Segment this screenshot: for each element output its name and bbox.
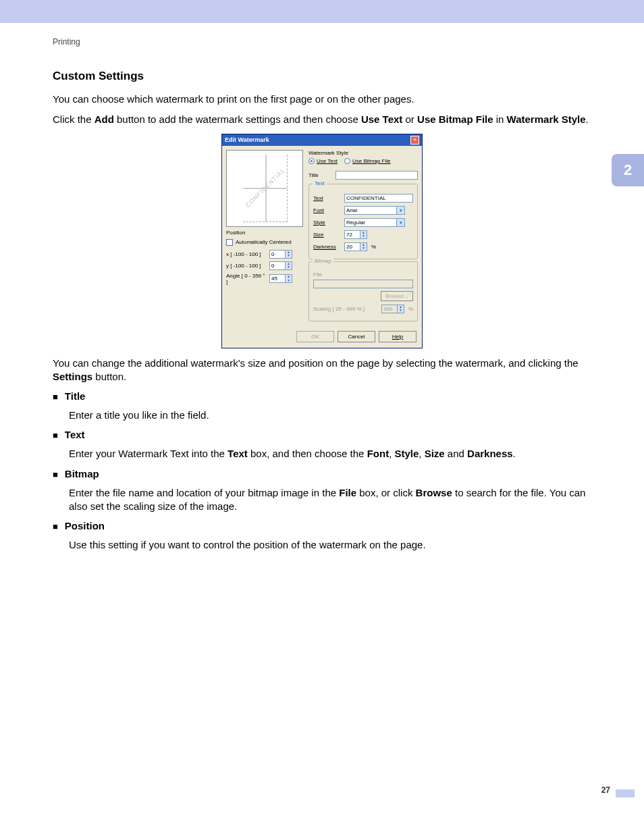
- page-heading: Custom Settings: [53, 70, 591, 83]
- bullet-text-body: Enter your Watermark Text into the Text …: [69, 447, 591, 461]
- watermark-style-label: Watermark Style: [308, 150, 418, 156]
- text-legend: Text: [313, 180, 327, 186]
- spinner-buttons[interactable]: ▲▼: [285, 262, 292, 269]
- bold-use-bitmap: Use Bitmap File: [417, 113, 493, 125]
- darkness-unit: %: [371, 244, 376, 250]
- bold-add: Add: [95, 113, 114, 125]
- dialog-title: Edit Watermark: [225, 136, 269, 143]
- angle-value: 45: [270, 275, 285, 282]
- use-text-radio[interactable]: Use Text: [308, 158, 338, 164]
- title-field-label: Title: [308, 172, 331, 178]
- intro-paragraph-2: Click the Add button to add the watermar…: [53, 113, 591, 126]
- text-fieldset: Text Text CONFIDENTIAL Font Arial▾ Style…: [308, 184, 418, 259]
- title-input[interactable]: [336, 171, 418, 180]
- use-text-label: Use Text: [317, 158, 338, 164]
- scaling-value: 100: [382, 305, 397, 313]
- darkness-label: Darkness: [313, 244, 340, 250]
- bullet-bitmap-head: Bitmap: [65, 468, 99, 479]
- spinner-buttons[interactable]: ▲▼: [360, 231, 367, 238]
- spinner-buttons[interactable]: ▲▼: [285, 275, 292, 282]
- bullet-bitmap-body: Enter the file name and location of your…: [69, 486, 591, 514]
- style-dropdown[interactable]: Regular▾: [344, 218, 405, 227]
- use-bitmap-label: Use Bitmap File: [352, 158, 390, 164]
- spinner-buttons[interactable]: ▲▼: [285, 251, 292, 258]
- position-label: Position: [226, 230, 304, 236]
- darkness-spinner[interactable]: 20▲▼: [344, 242, 367, 251]
- bitmap-fieldset: Bitmap File Browse... Scaling [ 25 - 999…: [308, 261, 418, 321]
- scaling-unit: %: [408, 306, 413, 312]
- spinner-buttons: ▲▼: [397, 305, 404, 313]
- cancel-button[interactable]: Cancel: [338, 331, 375, 342]
- section-breadcrumb: Printing: [53, 37, 591, 47]
- intro-paragraph-1: You can choose which watermark to print …: [53, 93, 591, 106]
- auto-center-checkbox[interactable]: [226, 239, 233, 246]
- style-value: Regular: [345, 219, 396, 226]
- font-value: Arial: [345, 207, 396, 214]
- help-button[interactable]: Help: [379, 331, 417, 342]
- page-number: 27: [601, 785, 610, 795]
- use-bitmap-radio[interactable]: Use Bitmap File: [344, 158, 390, 164]
- bullet-title-head: Title: [65, 390, 86, 402]
- bullet-title-body: Enter a title you like in the field.: [69, 409, 591, 422]
- watermark-preview: CONFIDENTIAL: [226, 150, 303, 227]
- chapter-tab: 2: [612, 154, 644, 186]
- close-icon[interactable]: ×: [410, 136, 419, 145]
- text: button to add the watermark settings and…: [114, 113, 361, 125]
- text: Click the: [53, 113, 95, 125]
- paragraph-after-dialog: You can change the additional watermark'…: [53, 357, 591, 384]
- text: or: [402, 113, 417, 125]
- scaling-label: Scaling [ 25 - 999 % ]: [313, 306, 365, 312]
- browse-button: Browse...: [381, 291, 413, 301]
- bullet-icon: ■: [53, 520, 58, 533]
- text-field-label: Text: [313, 195, 340, 201]
- bold-watermark-style: Watermark Style: [507, 113, 586, 125]
- auto-center-label: Automatically Centered: [236, 239, 292, 245]
- style-label: Style: [313, 219, 340, 226]
- file-input: [313, 280, 413, 288]
- top-accent-bar: [0, 0, 644, 24]
- chevron-down-icon[interactable]: ▾: [396, 207, 404, 214]
- angle-label: Angle [ 0 - 359 ° ]: [226, 273, 267, 285]
- bitmap-legend: Bitmap: [313, 258, 333, 264]
- pos-y-spinner[interactable]: 0 ▲▼: [269, 261, 292, 270]
- bullet-icon: ■: [53, 468, 58, 481]
- spinner-buttons[interactable]: ▲▼: [360, 243, 367, 251]
- chevron-down-icon[interactable]: ▾: [396, 219, 404, 226]
- pos-x-label: x [ -100 - 100 ]: [226, 251, 267, 257]
- bullet-position-head: Position: [65, 520, 105, 531]
- text: in: [493, 113, 507, 125]
- font-label: Font: [313, 207, 340, 213]
- size-value: 72: [345, 231, 360, 238]
- ok-button[interactable]: OK: [296, 331, 334, 342]
- bullet-text-head: Text: [65, 429, 85, 440]
- text: You can change the additional watermark'…: [53, 357, 579, 369]
- pos-y-value: 0: [270, 262, 285, 269]
- scaling-spinner: 100▲▼: [381, 305, 404, 313]
- text: .: [586, 113, 589, 125]
- text-input[interactable]: CONFIDENTIAL: [344, 194, 413, 203]
- file-label: File: [313, 271, 413, 278]
- size-label: Size: [313, 232, 340, 238]
- size-spinner[interactable]: 72▲▼: [344, 230, 367, 239]
- dialog-titlebar[interactable]: Edit Watermark ×: [222, 134, 422, 146]
- angle-spinner[interactable]: 45 ▲▼: [269, 274, 292, 283]
- bullet-position-body: Use this setting if you want to control …: [69, 538, 591, 552]
- pos-y-label: y [ -100 - 100 ]: [226, 263, 267, 269]
- pos-x-spinner[interactable]: 0 ▲▼: [269, 250, 292, 259]
- font-dropdown[interactable]: Arial▾: [344, 206, 405, 215]
- page-number-accent: [616, 789, 635, 798]
- bold-use-text: Use Text: [361, 113, 402, 125]
- bullet-icon: ■: [53, 429, 58, 442]
- preview-watermark-text: CONFIDENTIAL: [244, 167, 286, 209]
- text: button.: [92, 371, 126, 382]
- bullet-icon: ■: [53, 390, 58, 403]
- bold-settings: Settings: [53, 371, 92, 382]
- edit-watermark-dialog: Edit Watermark × CONFIDENTIAL Position A…: [221, 134, 423, 348]
- darkness-value: 20: [345, 243, 360, 251]
- pos-x-value: 0: [270, 251, 285, 258]
